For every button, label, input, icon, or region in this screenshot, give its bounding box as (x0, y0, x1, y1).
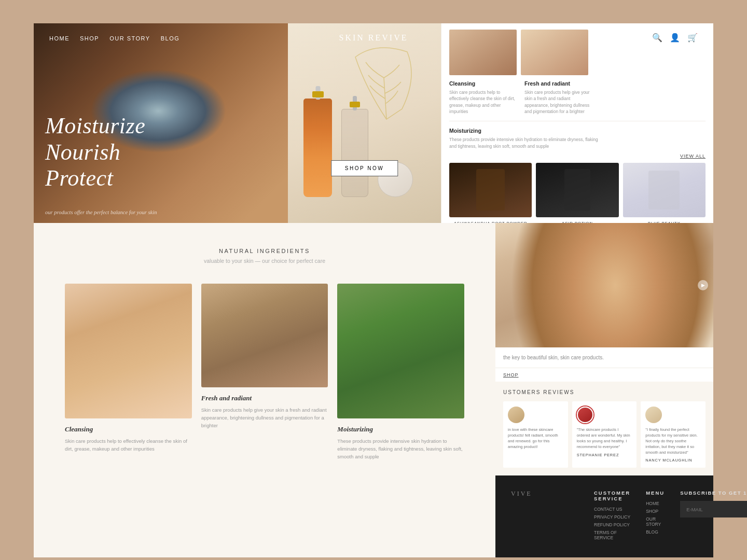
cleansing-card-title: Cleansing (65, 425, 192, 433)
review-text-1: in love with these skincare products! fe… (508, 427, 563, 450)
nav-home[interactable]: HOME (49, 35, 70, 41)
customer-reviews: USTOMERS REVIEWS in love with these skin… (495, 382, 713, 475)
hero-right-panel: Cleansing Skin care products help to eff… (441, 23, 713, 223)
menu-title: MENU (646, 490, 665, 496)
nav-our-story[interactable]: OUR STORY (109, 35, 150, 41)
hero-section: HOME SHOP OUR STORY BLOG SKIN REVIVE 🔍 👤… (34, 23, 713, 223)
moisturizing-card-title: Moisturizing (337, 425, 464, 433)
reviewer-name-2: STEPHANIE PEREZ (577, 453, 632, 457)
below-hero-section: NATURAL INGREDIENTS valuable to your ski… (34, 223, 713, 557)
footer-customer-service: CUSTOMER SERVICE CONTACT US PRIVACY POLI… (594, 490, 630, 543)
product-bottles (303, 99, 413, 197)
reviews-title: USTOMERS REVIEWS (503, 389, 706, 395)
page-wrapper: HOME SHOP OUR STORY BLOG SKIN REVIVE 🔍 👤… (0, 23, 747, 560)
right-lower-section: ▶ the key to beautiful skin, skin care p… (495, 223, 713, 557)
brand-name: SKIN REVIVE (339, 33, 408, 43)
moisturizing-photo (337, 284, 464, 418)
footer-menu: MENU HOME SHOP OUR STORY BLOG (646, 490, 665, 537)
footer-menu-blog[interactable]: BLOG (646, 529, 665, 535)
nav-blog[interactable]: BLOG (161, 35, 180, 41)
right-panel-inner: Cleansing Skin care products help to eff… (441, 23, 713, 223)
footer-menu-shop[interactable]: SHOP (646, 509, 665, 514)
radiant-photo (201, 284, 328, 387)
review-text-2: "The skincare products I ordered are won… (577, 427, 632, 450)
product-acid-potion[interactable]: ACID POTION $ 37.80 (536, 163, 618, 223)
ingredient-cleansing: Cleansing Skin care products help to eff… (65, 284, 192, 461)
view-all-link[interactable]: VIEW ALL (680, 153, 706, 159)
key-beauty-text: the key to beautiful skin, skin care pro… (495, 347, 713, 368)
slider-arrow[interactable]: ▶ (698, 280, 708, 290)
footer-refund[interactable]: REFUND POLICY (594, 522, 630, 527)
serum-bottle-orange (303, 99, 332, 197)
radiant-desc: Skin care products help give your skin a… (524, 89, 592, 115)
acid-potion-thumbnail (536, 163, 618, 217)
reviewer-avatar-1 (508, 407, 524, 423)
subscribe-headline: SUBSCRIBE TO GET 15% OFF YOUR FIRST ORDE… (680, 490, 747, 496)
woman-face (495, 223, 713, 347)
page-footer: VIVE CUSTOMER SERVICE CONTACT US PRIVACY… (495, 475, 713, 557)
product-blue-beauty[interactable]: BLUE BEAUTY $ 45.00 (623, 163, 706, 223)
moisturizing-title: Moisturizing (449, 128, 706, 134)
cart-icon[interactable]: 🛒 (687, 33, 698, 43)
review-text-3: "I finally found the perfect products fo… (645, 427, 701, 455)
woman-photo: ▶ (495, 223, 713, 347)
nav-icons: 🔍 👤 🛒 (652, 33, 698, 43)
ingredients-subtitle: valuable to your skin — our choice for p… (65, 258, 464, 264)
cleansing-title: Cleansing (449, 80, 517, 87)
review-card-1: in love with these skincare products! fe… (503, 401, 568, 468)
product-ashwagandha[interactable]: ASHWAGANDHA ROOT POWDER $ 34.20 (449, 163, 532, 223)
email-input[interactable] (686, 507, 747, 512)
ashwagandha-thumbnail (449, 163, 532, 217)
category-radiant: Fresh and radiant Skin care products hel… (524, 80, 592, 115)
shop-link[interactable]: SHOP (495, 368, 713, 382)
shop-now-button[interactable]: SHOP NOW (331, 160, 398, 176)
cleansing-desc: Skin care products help to effectively c… (449, 89, 517, 115)
nav-shop[interactable]: SHOP (80, 35, 99, 41)
footer-menu-story[interactable]: OUR STORY (646, 516, 665, 527)
hero-tagline: our products offer the perfect balance f… (45, 209, 157, 215)
footer-contact[interactable]: CONTACT US (594, 507, 630, 512)
category-cleansing: Cleansing Skin care products help to eff… (449, 80, 517, 115)
footer-privacy[interactable]: PRIVACY POLICY (594, 514, 630, 520)
moisturizing-category: Moisturizing These products provide inte… (449, 128, 706, 149)
navigation: HOME SHOP OUR STORY BLOG SKIN REVIVE 🔍 👤… (34, 23, 713, 52)
reviewer-avatar-2 (577, 407, 593, 423)
footer-subscribe: SUBSCRIBE TO GET 15% OFF YOUR FIRST ORDE… (680, 490, 747, 517)
blue-beauty-thumbnail (623, 163, 706, 217)
footer-menu-home[interactable]: HOME (646, 501, 665, 506)
footer-brand: VIVE (511, 490, 578, 498)
search-icon[interactable]: 🔍 (652, 33, 662, 43)
footer-terms[interactable]: TERMS OF SERVICE (594, 530, 630, 540)
ingredients-badge: NATURAL INGREDIENTS (65, 248, 464, 254)
hero-title: Moisturize Nourish Protect (45, 113, 145, 192)
categories-row: Cleansing Skin care products help to eff… (449, 80, 706, 121)
view-all-row: VIEW ALL (449, 153, 706, 159)
review-card-2: "The skincare products I ordered are won… (572, 401, 637, 468)
products-row: ASHWAGANDHA ROOT POWDER $ 34.20 ACID POT… (449, 163, 706, 223)
moisturizing-card-desc: These products provide intensive skin hy… (337, 437, 464, 461)
main-card: HOME SHOP OUR STORY BLOG SKIN REVIVE 🔍 👤… (34, 23, 713, 557)
natural-ingredients-section: NATURAL INGREDIENTS valuable to your ski… (34, 223, 495, 557)
reviewer-name-3: NANCY MCLAUGHLIN (645, 458, 701, 463)
review-cards: in love with these skincare products! fe… (503, 401, 706, 468)
radiant-title: Fresh and radiant (524, 80, 592, 87)
cleansing-card-desc: Skin care products help to effectively c… (65, 437, 192, 453)
hero-headline: Moisturize Nourish Protect (45, 113, 145, 192)
ingredient-radiant: Fresh and radiant Skin care products hel… (201, 284, 328, 461)
nav-links: HOME SHOP OUR STORY BLOG (49, 33, 179, 43)
subscribe-row: → (680, 501, 747, 517)
moisturizing-desc: These products provide intensive skin hy… (449, 136, 605, 149)
ingredient-cards: Cleansing Skin care products help to eff… (65, 284, 464, 461)
reviewer-avatar-3 (645, 407, 662, 423)
hero-eye-section: Moisturize Nourish Protect our products … (34, 23, 288, 223)
customer-service-title: CUSTOMER SERVICE (594, 490, 630, 501)
serum-bottle-clear (341, 109, 368, 197)
review-card-3: "I finally found the perfect products fo… (641, 401, 706, 468)
hero-product-display: SHOP NOW (288, 23, 441, 223)
radiant-card-desc: Skin care products help give your skin a… (201, 406, 328, 430)
account-icon[interactable]: 👤 (670, 33, 680, 43)
ingredient-moisturizing: Moisturizing These products provide inte… (337, 284, 464, 461)
radiant-card-title: Fresh and radiant (201, 394, 328, 402)
cleansing-photo (65, 284, 192, 418)
